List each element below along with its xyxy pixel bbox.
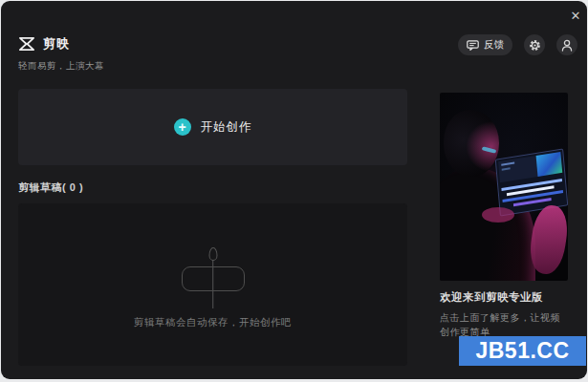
promo-image [440, 93, 568, 281]
feedback-bubble-icon [467, 40, 479, 51]
draft-clip-illustration-icon [180, 247, 247, 308]
gear-icon [529, 39, 541, 52]
plus-icon: + [174, 118, 191, 136]
settings-button[interactable] [524, 34, 545, 55]
start-creation-button[interactable]: + 开始创作 [18, 89, 407, 165]
user-icon [561, 39, 573, 52]
drafts-empty-panel: 剪辑草稿会自动保存，开始创作吧 [18, 203, 407, 366]
promo-banner[interactable]: 欢迎来到剪映专业版 点击上面了解更多，让视频创作更简单 [440, 93, 568, 339]
account-button[interactable] [556, 34, 577, 55]
promo-description: 点击上面了解更多，让视频创作更简单 [440, 310, 568, 339]
feedback-label: 反馈 [484, 38, 504, 52]
app-window: ✕ 剪映 轻而易剪，上演大幕 反馈 [1, 1, 587, 379]
close-icon[interactable]: ✕ [566, 6, 585, 25]
promo-heading: 欢迎来到剪映专业版 [440, 290, 568, 305]
feedback-button[interactable]: 反馈 [458, 34, 512, 55]
drafts-empty-hint: 剪辑草稿会自动保存，开始创作吧 [18, 316, 407, 329]
app-title: 剪映 [43, 35, 70, 53]
app-logo: 剪映 [18, 35, 70, 53]
watermark-text: JB51.CC [475, 338, 569, 364]
capcut-logo-icon [18, 36, 36, 52]
drafts-section-title: 剪辑草稿( 0 ) [18, 180, 83, 195]
header-actions: 反馈 [458, 34, 577, 55]
app-tagline: 轻而易剪，上演大幕 [18, 60, 104, 73]
start-creation-label: 开始创作 [201, 119, 252, 136]
watermark-badge: JB51.CC [459, 336, 586, 366]
